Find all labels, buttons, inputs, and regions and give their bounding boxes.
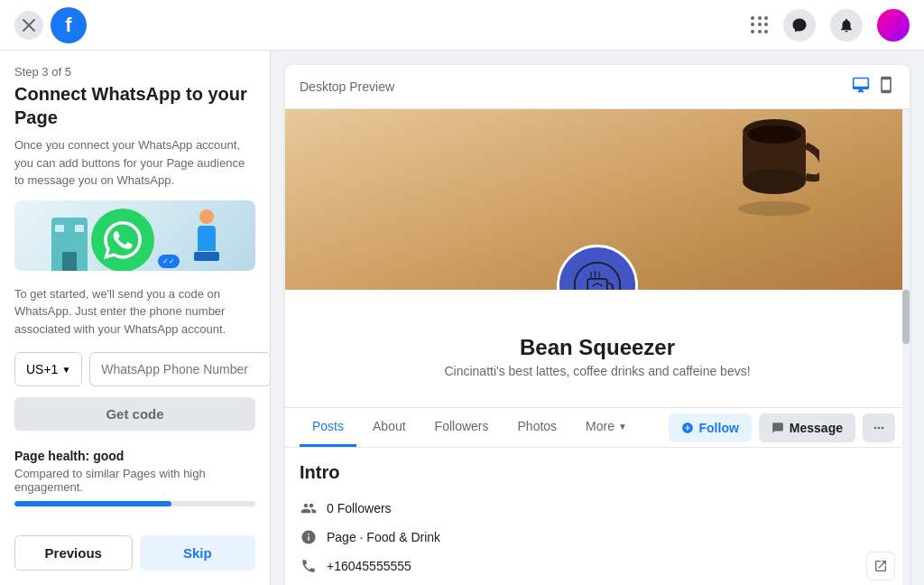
page-nav-tabs: Posts About Followers Photos More ▼ [300, 408, 640, 447]
profile-picture: BEAN SQUEEZER COFFEE [557, 245, 638, 290]
main-layout: Step 3 of 5 Connect WhatsApp to your Pag… [0, 51, 924, 585]
followers-intro-item: 0 Followers [300, 494, 895, 523]
tab-about[interactable]: About [360, 408, 419, 447]
phone-intro-item: +16045555555 [300, 552, 895, 580]
page-tagline: Cincinatti's best lattes, coffee drinks … [303, 364, 892, 378]
progress-bar-background [14, 501, 255, 506]
mobile-view-icon[interactable] [877, 76, 895, 98]
svg-point-2 [743, 169, 806, 194]
external-link-button[interactable] [866, 552, 895, 580]
bottom-buttons: Previous Skip [14, 521, 255, 571]
profile-picture-wrapper: BEAN SQUEEZER COFFEE [557, 245, 638, 290]
user-avatar[interactable] [877, 9, 910, 42]
intro-section: Intro 0 Followers Page · Food & Drink [285, 448, 910, 585]
step-label: Step 3 of 5 [14, 65, 255, 79]
tab-followers[interactable]: Followers [422, 408, 502, 447]
svg-point-3 [747, 125, 801, 144]
scrollbar-track[interactable] [902, 109, 910, 585]
scrollbar-thumb[interactable] [902, 290, 910, 344]
tab-photos[interactable]: Photos [505, 408, 570, 447]
category-intro-item: Page · Food & Drink [300, 523, 895, 552]
follow-button[interactable]: Follow [669, 413, 752, 442]
page-info-section: Bean Squeezer Cincinatti's best lattes, … [285, 290, 910, 408]
country-code: US+1 [26, 362, 58, 376]
page-health-description: Compared to similar Pages with high enga… [14, 467, 255, 494]
whatsapp-logo [91, 209, 154, 271]
illustration-inner: ✓✓ [51, 200, 219, 271]
step-title: Connect WhatsApp to your Page [14, 82, 255, 129]
cover-photo: BEAN SQUEEZER COFFEE [285, 109, 910, 290]
phone-number-input[interactable] [89, 352, 271, 386]
page-category: Page · Food & Drink [327, 530, 440, 544]
more-button[interactable] [863, 413, 895, 442]
followers-icon [300, 499, 318, 517]
progress-bar-fill [14, 501, 171, 506]
messenger-icon[interactable] [783, 9, 816, 42]
get-code-button[interactable]: Get code [14, 397, 255, 431]
previous-button[interactable]: Previous [14, 535, 133, 571]
tab-posts[interactable]: Posts [300, 408, 356, 447]
apps-grid-icon[interactable] [751, 16, 769, 34]
close-button[interactable] [14, 11, 43, 40]
preview-header: Desktop Preview [285, 65, 910, 109]
chevron-down-icon: ▼ [61, 365, 70, 375]
phone-number: +16045555555 [327, 559, 411, 573]
step-description: Once you connect your WhatsApp account, … [14, 136, 255, 190]
page-health-title: Page health: good [14, 449, 255, 463]
desktop-view-icon[interactable] [852, 76, 870, 98]
left-panel: Step 3 of 5 Connect WhatsApp to your Pag… [0, 51, 271, 585]
nav-left: f [14, 7, 87, 43]
message-label: Message [790, 421, 843, 435]
page-health-section: Page health: good Compared to similar Pa… [14, 449, 255, 506]
notifications-icon[interactable] [830, 9, 863, 42]
right-panel: Desktop Preview [271, 51, 924, 585]
intro-title: Intro [300, 462, 895, 483]
page-action-buttons: Follow Message [669, 413, 895, 442]
preview-container: Desktop Preview [285, 65, 910, 585]
svg-point-4 [738, 201, 810, 216]
preview-title: Desktop Preview [300, 79, 394, 94]
page-name: Bean Squeezer [303, 335, 892, 360]
country-select[interactable]: US+1 ▼ [14, 352, 82, 386]
skip-button[interactable]: Skip [140, 535, 256, 571]
facebook-logo: f [51, 7, 87, 43]
info-icon [300, 528, 318, 546]
follow-label: Follow [699, 421, 739, 435]
tab-more[interactable]: More ▼ [573, 408, 640, 447]
phone-icon [300, 557, 318, 575]
preview-body: BEAN SQUEEZER COFFEE Bean Squeezer Cinci… [285, 109, 910, 585]
page-navigation: Posts About Followers Photos More ▼ Foll… [285, 408, 910, 448]
preview-view-icons [852, 76, 895, 98]
coffee-mug-image [729, 118, 819, 218]
send-code-description: To get started, we'll send you a code on… [14, 285, 255, 339]
phone-input-row: US+1 ▼ [14, 352, 255, 386]
chevron-down-icon: ▼ [618, 422, 627, 432]
followers-count: 0 Followers [327, 501, 392, 515]
nav-right [751, 9, 910, 42]
whatsapp-illustration: ✓✓ [14, 200, 255, 271]
message-button[interactable]: Message [759, 413, 855, 442]
top-navigation: f [0, 0, 924, 51]
